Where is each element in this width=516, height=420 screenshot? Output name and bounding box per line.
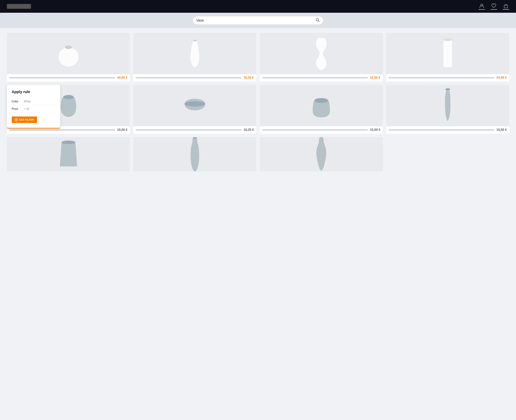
header — [0, 0, 516, 13]
color-filter-row: Color White — [12, 98, 55, 105]
user-icon — [479, 3, 485, 9]
vase-classic-icon — [314, 137, 329, 172]
product-name-bar — [136, 129, 242, 131]
apply-rule-panel: Apply rule Color White Price > 30 + ADD … — [7, 85, 60, 128]
color-filter-label: Color — [12, 100, 24, 103]
price-filter-row: Price > 30 — [12, 105, 55, 113]
price-filter-label: Price — [12, 107, 24, 111]
search-button[interactable] — [316, 18, 320, 23]
plus-circle-icon: + — [15, 118, 18, 121]
color-filter-value: White — [24, 100, 55, 103]
product-image — [133, 137, 256, 172]
product-image — [260, 85, 383, 126]
svg-point-5 — [65, 45, 72, 49]
product-grid: 40,00 € 35,30 € — [7, 33, 509, 172]
search-bar — [193, 16, 323, 25]
search-bar-container — [0, 13, 516, 28]
product-name-bar — [389, 77, 494, 78]
price-filter-value: > 30 — [24, 107, 55, 111]
logo[interactable] — [7, 4, 31, 9]
product-price: 52,60 € — [370, 76, 380, 80]
product-card[interactable]: 40,00 € — [7, 33, 130, 82]
product-card[interactable]: 35,30 € — [133, 33, 256, 82]
product-price: 18,25 € — [243, 128, 254, 132]
svg-rect-1 — [504, 5, 508, 8]
product-price: 35,30 € — [243, 76, 254, 80]
svg-point-9 — [63, 95, 74, 99]
product-image — [386, 33, 509, 74]
product-card[interactable]: 15,50 € — [386, 85, 509, 134]
svg-point-10 — [184, 101, 205, 106]
product-name-bar — [389, 129, 494, 131]
product-info: 15,50 € — [260, 126, 383, 134]
search-input[interactable] — [196, 18, 316, 22]
vase-cylinder-icon — [441, 36, 455, 71]
product-price: 40,00 € — [117, 76, 127, 80]
product-info: 18,25 € — [133, 126, 256, 134]
product-price: 15,50 € — [496, 128, 507, 132]
svg-point-12 — [445, 88, 450, 90]
vase-cup-icon — [309, 92, 333, 120]
product-price: 44,99 € — [496, 76, 507, 80]
product-image — [386, 85, 509, 126]
svg-line-3 — [318, 21, 320, 22]
svg-point-13 — [62, 141, 75, 144]
svg-rect-7 — [443, 40, 452, 67]
header-icons — [479, 3, 509, 10]
product-image — [260, 137, 383, 172]
svg-point-11 — [314, 98, 328, 103]
vase-squat-icon — [57, 92, 80, 120]
svg-rect-14 — [193, 137, 197, 138]
product-card[interactable]: 15,50 € — [260, 85, 383, 134]
product-card[interactable]: 52,60 € — [260, 33, 383, 82]
vase-double-bulge-icon — [314, 36, 329, 71]
bag-icon-wrap[interactable] — [503, 3, 509, 10]
heart-underline — [491, 9, 497, 10]
svg-point-6 — [193, 40, 197, 41]
svg-point-8 — [443, 38, 452, 41]
apply-rule-title: Apply rule — [12, 90, 55, 94]
product-card[interactable] — [260, 137, 383, 172]
product-card[interactable] — [7, 137, 130, 172]
vase-bottle-icon — [188, 137, 202, 172]
product-price: 10,00 € — [117, 128, 127, 132]
product-info: 15,50 € — [386, 126, 509, 134]
vase-trapezoid-icon — [56, 139, 81, 170]
product-info: 40,00 € — [7, 74, 130, 82]
add-filter-label: ADD FILTER — [19, 118, 34, 121]
product-image — [133, 33, 256, 74]
bag-underline — [503, 9, 509, 10]
product-image — [7, 137, 130, 172]
heart-icon — [491, 3, 497, 9]
product-name-bar — [262, 77, 368, 78]
product-card[interactable]: 18,25 € — [133, 85, 256, 134]
vase-slim-tall-icon — [442, 87, 454, 125]
product-info: 35,30 € — [133, 74, 256, 82]
product-card[interactable]: 44,99 € — [386, 33, 509, 82]
product-name-bar — [262, 129, 368, 131]
main-content: 40,00 € 35,30 € — [0, 28, 516, 176]
bag-icon — [503, 3, 509, 9]
vase-round-icon — [56, 40, 81, 67]
product-name-bar — [9, 77, 115, 78]
vase-bowl-icon — [181, 94, 209, 118]
product-image — [7, 33, 130, 74]
search-icon — [316, 18, 320, 22]
add-filter-button[interactable]: + ADD FILTER — [12, 116, 37, 123]
user-underline — [479, 9, 485, 10]
product-card[interactable] — [133, 137, 256, 172]
product-price: 15,50 € — [370, 128, 380, 132]
user-icon-wrap[interactable] — [479, 3, 485, 10]
product-image — [260, 33, 383, 74]
product-image — [133, 85, 256, 126]
product-name-bar — [136, 77, 242, 78]
product-info: 52,60 € — [260, 74, 383, 82]
svg-point-2 — [316, 19, 318, 21]
vase-tall-icon — [186, 37, 204, 70]
heart-icon-wrap[interactable] — [491, 3, 497, 10]
svg-point-4 — [59, 47, 78, 67]
product-info: 44,99 € — [386, 74, 509, 82]
product-name-bar — [9, 129, 115, 131]
